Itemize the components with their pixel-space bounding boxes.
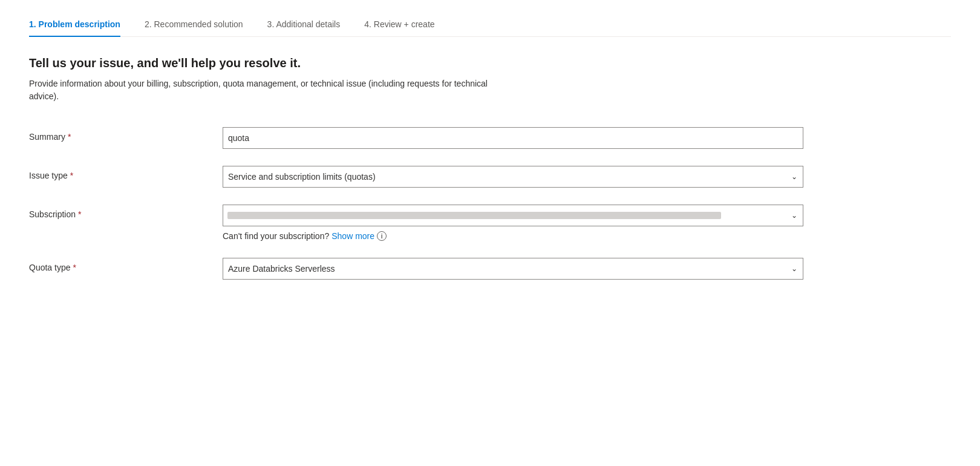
wizard-step-recommended-solution[interactable]: 2. Recommended solution [145, 19, 267, 36]
wizard-step-problem-description[interactable]: 1. Problem description [29, 19, 145, 36]
subscription-select[interactable] [223, 205, 803, 226]
issue-type-select-wrapper: Service and subscription limits (quotas)… [223, 166, 803, 188]
quota-type-required: * [73, 263, 76, 272]
subscription-required: * [78, 209, 81, 219]
page-title: Tell us your issue, and we'll help you r… [29, 56, 951, 70]
page-description: Provide information about your billing, … [29, 77, 489, 103]
summary-input[interactable] [223, 127, 803, 149]
summary-required: * [68, 132, 71, 142]
quota-type-select-wrapper: Azure Databricks Serverless ⌄ [223, 258, 803, 280]
subscription-label: Subscription * [29, 205, 223, 219]
quota-type-row: Quota type * Azure Databricks Serverless… [29, 258, 876, 280]
wizard-nav: 1. Problem description 2. Recommended so… [29, 19, 951, 37]
issue-type-select[interactable]: Service and subscription limits (quotas) [223, 166, 803, 188]
subscription-row: Subscription * ⌄ Can't find your subscri… [29, 205, 876, 241]
summary-row: Summary * [29, 127, 876, 149]
issue-type-control-wrapper: Service and subscription limits (quotas)… [223, 166, 803, 188]
wizard-step-review-create[interactable]: 4. Review + create [364, 19, 459, 36]
subscription-control-wrapper: ⌄ Can't find your subscription? Show mor… [223, 205, 803, 241]
subscription-hint: Can't find your subscription? Show more … [223, 231, 803, 241]
summary-control-wrapper [223, 127, 803, 149]
form-section: Summary * Issue type * Service and subsc… [29, 127, 876, 280]
page-heading: Tell us your issue, and we'll help you r… [29, 56, 951, 103]
issue-type-label: Issue type * [29, 166, 223, 180]
quota-type-select[interactable]: Azure Databricks Serverless [223, 258, 803, 280]
summary-label: Summary * [29, 127, 223, 142]
subscription-hint-text: Can't find your subscription? [223, 231, 329, 241]
subscription-info-icon[interactable]: i [377, 231, 387, 241]
issue-type-required: * [70, 171, 73, 180]
issue-type-row: Issue type * Service and subscription li… [29, 166, 876, 188]
subscription-select-wrapper: ⌄ [223, 205, 803, 226]
quota-type-control-wrapper: Azure Databricks Serverless ⌄ [223, 258, 803, 280]
wizard-step-additional-details[interactable]: 3. Additional details [267, 19, 365, 36]
quota-type-label: Quota type * [29, 258, 223, 272]
subscription-show-more-link[interactable]: Show more [332, 231, 374, 241]
